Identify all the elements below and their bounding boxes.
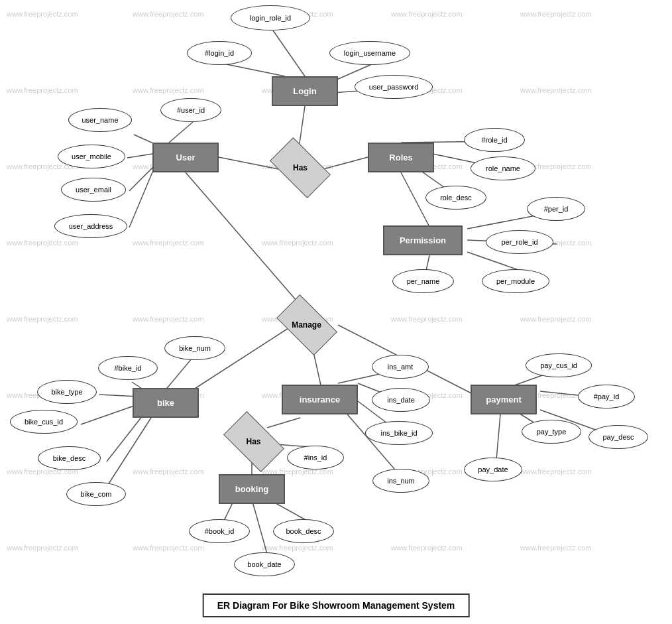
relationship-manage: Manage: [275, 305, 338, 345]
svg-line-7: [169, 122, 193, 143]
svg-line-20: [186, 172, 305, 310]
entity-login: Login: [272, 76, 338, 106]
attr-ins-num: ins_num: [372, 469, 429, 493]
attr-ins-amt: ins_amt: [372, 355, 429, 379]
svg-line-18: [426, 255, 429, 271]
attr-user-password: user_password: [355, 75, 433, 99]
attr-ins-id: #ins_id: [287, 446, 344, 469]
svg-line-11: [129, 169, 154, 227]
attr-user-email: user_email: [61, 178, 126, 202]
attr-pay-id: #pay_id: [578, 385, 635, 408]
svg-line-0: [273, 31, 305, 76]
entity-booking: booking: [219, 474, 285, 504]
entity-payment: payment: [471, 385, 537, 414]
attr-pay-type: pay_type: [522, 420, 581, 444]
svg-line-9: [127, 154, 152, 158]
svg-line-6: [323, 157, 368, 169]
attr-per-module: per_module: [482, 269, 549, 293]
svg-line-1: [223, 64, 285, 76]
attr-bike-com: bike_com: [66, 482, 126, 506]
attr-per-id: #per_id: [527, 197, 585, 221]
svg-line-39: [252, 499, 267, 554]
attr-pay-date: pay_date: [464, 458, 522, 481]
relationship-has1: Has: [270, 149, 330, 186]
attr-ins-bike-id: ins_bike_id: [365, 421, 433, 445]
attr-role-id: #role_id: [464, 128, 525, 152]
attr-user-mobile: user_mobile: [58, 145, 125, 168]
attr-per-name: per_name: [392, 269, 454, 293]
attr-pay-desc: pay_desc: [588, 425, 648, 449]
attr-bike-desc: bike_desc: [38, 446, 101, 470]
attr-per-role-id: per_role_id: [486, 230, 553, 254]
attr-user-id: #user_id: [160, 98, 221, 122]
svg-line-19: [467, 252, 520, 271]
attr-role-name: role_name: [471, 156, 535, 180]
attr-login-role-id: login_role_id: [231, 5, 310, 31]
attr-ins-date: ins_date: [372, 388, 430, 412]
attr-bike-num: bike_num: [164, 336, 225, 360]
attr-bike-id: #bike_id: [98, 356, 158, 380]
attr-pay-cus-id: pay_cus_id: [526, 353, 592, 377]
entity-roles: Roles: [368, 143, 434, 172]
diagram-caption: ER Diagram For Bike Showroom Management …: [203, 593, 470, 617]
attr-bike-type: bike_type: [37, 380, 97, 404]
attr-login-id: #login_id: [187, 41, 252, 65]
attr-user-address: user_address: [54, 214, 127, 238]
svg-line-10: [129, 164, 156, 191]
entity-permission: Permission: [383, 225, 463, 255]
attr-user-name: user_name: [68, 108, 132, 132]
entity-insurance: insurance: [282, 385, 358, 414]
attr-login-username: login_username: [329, 41, 410, 65]
attr-book-desc: book_desc: [273, 519, 334, 543]
svg-line-44: [496, 414, 500, 460]
entity-bike: bike: [133, 388, 199, 418]
svg-line-15: [401, 172, 429, 225]
attr-book-id: #book_id: [189, 519, 250, 543]
attr-bike-cus-id: bike_cus_id: [10, 410, 78, 434]
entity-user: User: [152, 143, 219, 172]
svg-line-5: [219, 157, 278, 169]
svg-line-27: [81, 405, 138, 424]
attr-role-desc: role_desc: [425, 186, 486, 210]
attr-book-date: book_date: [234, 552, 295, 576]
diagram-container: www.freeprojectz.com www.freeprojectz.co…: [0, 0, 672, 624]
relationship-has2: Has: [225, 423, 282, 460]
